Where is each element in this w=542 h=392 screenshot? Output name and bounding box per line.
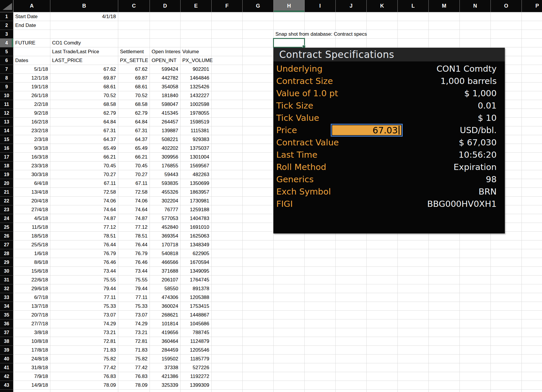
cell-B6[interactable]: LAST_PRICE [50,56,118,65]
row-header-25[interactable]: 25 [0,223,13,232]
cell-D19[interactable]: 59443 [150,170,181,179]
cell-B10[interactable]: 70.52 [50,91,118,100]
cell-O4[interactable] [491,39,522,47]
cell-E42[interactable]: 1192272 [181,372,212,381]
cell-F7[interactable] [212,65,243,74]
cell-A18[interactable]: 23/3/18 [13,161,50,170]
cell-F10[interactable] [212,91,243,100]
cell-D24[interactable]: 577053 [150,214,181,223]
cell-L4[interactable] [398,39,429,47]
cell-B22[interactable]: 74.06 [50,197,118,205]
cell-E40[interactable]: 1185779 [181,355,212,363]
cell-I42[interactable] [305,372,336,381]
cell-B28[interactable]: 76.79 [50,249,118,258]
cell-J39[interactable] [336,346,367,355]
cell-A17[interactable]: 16/3/18 [13,153,50,161]
cell-L36[interactable] [398,319,429,328]
cell-M27[interactable] [429,240,460,249]
cell-D8[interactable]: 442782 [150,74,181,82]
cell-B36[interactable]: 74.29 [50,319,118,328]
cell-G15[interactable] [243,135,274,144]
cell-D4[interactable] [150,39,181,47]
cell-N4[interactable] [460,39,491,47]
cell-M4[interactable] [429,39,460,47]
cell-P32[interactable] [522,284,542,293]
cell-A9[interactable]: 19/1/18 [13,82,50,91]
cell-E29[interactable]: 1670594 [181,258,212,267]
cell-M2[interactable] [429,21,460,30]
cell-D39[interactable]: 284459 [150,346,181,355]
row-header-17[interactable]: 17 [0,153,13,161]
cell-D40[interactable]: 159502 [150,355,181,363]
cell-C21[interactable]: 72.58 [118,188,150,197]
cell-F8[interactable] [212,74,243,82]
row-header-28[interactable]: 28 [0,249,13,258]
cell-N35[interactable] [460,311,491,319]
cell-B3[interactable] [50,30,118,39]
cell-D13[interactable]: 264457 [150,118,181,126]
cell-H42[interactable] [274,372,305,381]
cell-D7[interactable]: 599424 [150,65,181,74]
cell-A34[interactable]: 13/7/18 [13,302,50,311]
cell-A20[interactable]: 6/4/18 [13,179,50,188]
cell-B12[interactable]: 62.79 [50,109,118,118]
cell-F25[interactable] [212,223,243,232]
row-header-18[interactable]: 18 [0,161,13,170]
cell-D12[interactable]: 415345 [150,109,181,118]
cell-P28[interactable] [522,249,542,258]
cell-O28[interactable] [491,249,522,258]
cell-I41[interactable] [305,363,336,372]
cell-M29[interactable] [429,258,460,267]
cell-I39[interactable] [305,346,336,355]
cell-E26[interactable]: 1625063 [181,232,212,240]
cell-E2[interactable] [181,21,212,30]
cell-D2[interactable] [150,21,181,30]
cell-K30[interactable] [367,267,398,276]
cell-K36[interactable] [367,319,398,328]
cell-F40[interactable] [212,355,243,363]
cell-H31[interactable] [274,276,305,284]
cell-L44[interactable] [398,390,429,392]
column-header-P[interactable]: P [522,0,542,12]
cell-P9[interactable] [522,82,542,91]
cell-E7[interactable]: 902201 [181,65,212,74]
row-header-4[interactable]: 4 [0,39,13,47]
cell-J42[interactable] [336,372,367,381]
cell-M36[interactable] [429,319,460,328]
cell-A19[interactable]: 30/3/18 [13,170,50,179]
cell-P18[interactable] [522,161,542,170]
price-input[interactable]: 67.03 [331,124,403,137]
row-header-11[interactable]: 11 [0,100,13,109]
cell-D31[interactable]: 206107 [150,276,181,284]
cell-B7[interactable]: 67.62 [50,65,118,74]
cell-B41[interactable]: 77.42 [50,363,118,372]
cell-F30[interactable] [212,267,243,276]
cell-G19[interactable] [243,170,274,179]
cell-D44[interactable] [150,390,181,392]
cell-B5[interactable]: Last Trade/Last Price [50,47,118,56]
cell-D15[interactable]: 508221 [150,135,181,144]
cell-C42[interactable]: 76.83 [118,372,150,381]
cell-K37[interactable] [367,328,398,337]
cell-D17[interactable]: 309956 [150,153,181,161]
cell-L39[interactable] [398,346,429,355]
cell-D25[interactable]: 452840 [150,223,181,232]
column-header-J[interactable]: J [336,0,367,12]
cell-A26[interactable]: 18/5/18 [13,232,50,240]
row-header-40[interactable]: 40 [0,355,13,363]
cell-H39[interactable] [274,346,305,355]
cell-I33[interactable] [305,293,336,302]
cell-J1[interactable] [336,12,367,21]
cell-G29[interactable] [243,258,274,267]
cell-D29[interactable]: 466566 [150,258,181,267]
cell-M40[interactable] [429,355,460,363]
cell-D30[interactable]: 371688 [150,267,181,276]
cell-M30[interactable] [429,267,460,276]
cell-D34[interactable]: 360024 [150,302,181,311]
row-header-37[interactable]: 37 [0,328,13,337]
cell-G33[interactable] [243,293,274,302]
cell-O39[interactable] [491,346,522,355]
row-header-23[interactable]: 23 [0,205,13,214]
cell-C39[interactable]: 71.83 [118,346,150,355]
cell-N2[interactable] [460,21,491,30]
